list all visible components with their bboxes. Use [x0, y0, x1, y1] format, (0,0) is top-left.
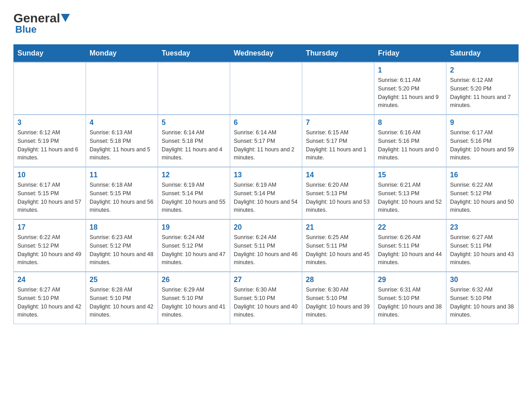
table-row: 9Sunrise: 6:17 AMSunset: 5:16 PMDaylight…: [446, 115, 519, 167]
day-number: 21: [306, 223, 370, 231]
day-info: Sunrise: 6:11 AMSunset: 5:20 PMDaylight:…: [378, 76, 442, 110]
day-info: Sunrise: 6:12 AMSunset: 5:20 PMDaylight:…: [450, 76, 515, 110]
day-number: 1: [378, 66, 442, 74]
day-number: 25: [90, 276, 154, 284]
day-info: Sunrise: 6:23 AMSunset: 5:12 PMDaylight:…: [90, 233, 154, 267]
table-row: 4Sunrise: 6:13 AMSunset: 5:18 PMDaylight…: [86, 115, 158, 167]
day-info: Sunrise: 6:26 AMSunset: 5:11 PMDaylight:…: [378, 233, 442, 267]
day-number: 7: [306, 119, 370, 127]
table-row: 28Sunrise: 6:30 AMSunset: 5:10 PMDayligh…: [302, 272, 374, 324]
col-monday: Monday: [86, 45, 158, 63]
day-info: Sunrise: 6:17 AMSunset: 5:16 PMDaylight:…: [450, 128, 515, 162]
day-info: Sunrise: 6:16 AMSunset: 5:16 PMDaylight:…: [378, 128, 442, 162]
table-row: [230, 62, 302, 115]
table-row: 12Sunrise: 6:19 AMSunset: 5:14 PMDayligh…: [158, 167, 230, 219]
day-number: 5: [162, 119, 226, 127]
day-number: 27: [234, 276, 298, 284]
table-row: 15Sunrise: 6:21 AMSunset: 5:13 PMDayligh…: [374, 167, 446, 219]
table-row: [14, 62, 86, 115]
table-row: 14Sunrise: 6:20 AMSunset: 5:13 PMDayligh…: [302, 167, 374, 219]
table-row: 19Sunrise: 6:24 AMSunset: 5:12 PMDayligh…: [158, 219, 230, 272]
table-row: 30Sunrise: 6:32 AMSunset: 5:10 PMDayligh…: [446, 272, 519, 324]
table-row: 18Sunrise: 6:23 AMSunset: 5:12 PMDayligh…: [86, 219, 158, 272]
logo-blue-text: Blue: [13, 24, 37, 35]
table-row: 3Sunrise: 6:12 AMSunset: 5:19 PMDaylight…: [14, 115, 86, 167]
day-number: 14: [306, 171, 370, 179]
table-row: [158, 62, 230, 115]
day-info: Sunrise: 6:30 AMSunset: 5:10 PMDaylight:…: [234, 286, 298, 319]
table-row: [86, 62, 158, 115]
day-number: 17: [17, 223, 82, 231]
table-row: 5Sunrise: 6:14 AMSunset: 5:18 PMDaylight…: [158, 115, 230, 167]
page-header: General Blue: [13, 9, 519, 35]
day-info: Sunrise: 6:30 AMSunset: 5:10 PMDaylight:…: [306, 286, 370, 319]
logo-triangle-icon: [61, 14, 70, 22]
table-row: 24Sunrise: 6:27 AMSunset: 5:10 PMDayligh…: [14, 272, 86, 324]
day-number: 20: [234, 223, 298, 231]
calendar-week-row: 17Sunrise: 6:22 AMSunset: 5:12 PMDayligh…: [14, 219, 519, 272]
col-tuesday: Tuesday: [158, 45, 230, 63]
day-info: Sunrise: 6:24 AMSunset: 5:12 PMDaylight:…: [162, 233, 226, 267]
day-number: 26: [162, 276, 226, 284]
col-sunday: Sunday: [14, 45, 86, 63]
day-info: Sunrise: 6:28 AMSunset: 5:10 PMDaylight:…: [90, 286, 154, 319]
day-number: 6: [234, 119, 298, 127]
col-thursday: Thursday: [302, 45, 374, 63]
calendar-header-row: Sunday Monday Tuesday Wednesday Thursday…: [14, 45, 519, 63]
day-info: Sunrise: 6:32 AMSunset: 5:10 PMDaylight:…: [450, 286, 515, 319]
day-number: 4: [90, 119, 154, 127]
table-row: 22Sunrise: 6:26 AMSunset: 5:11 PMDayligh…: [374, 219, 446, 272]
col-friday: Friday: [374, 45, 446, 63]
table-row: [302, 62, 374, 115]
day-info: Sunrise: 6:18 AMSunset: 5:15 PMDaylight:…: [90, 181, 154, 214]
day-info: Sunrise: 6:15 AMSunset: 5:17 PMDaylight:…: [306, 128, 370, 162]
calendar-table: Sunday Monday Tuesday Wednesday Thursday…: [13, 44, 519, 324]
day-number: 10: [17, 171, 82, 179]
table-row: 13Sunrise: 6:19 AMSunset: 5:14 PMDayligh…: [230, 167, 302, 219]
day-info: Sunrise: 6:29 AMSunset: 5:10 PMDaylight:…: [162, 286, 226, 319]
table-row: 25Sunrise: 6:28 AMSunset: 5:10 PMDayligh…: [86, 272, 158, 324]
table-row: 1Sunrise: 6:11 AMSunset: 5:20 PMDaylight…: [374, 62, 446, 115]
table-row: 6Sunrise: 6:14 AMSunset: 5:17 PMDaylight…: [230, 115, 302, 167]
day-number: 29: [378, 276, 442, 284]
table-row: 23Sunrise: 6:27 AMSunset: 5:11 PMDayligh…: [446, 219, 519, 272]
logo: General Blue: [13, 9, 70, 35]
table-row: 29Sunrise: 6:31 AMSunset: 5:10 PMDayligh…: [374, 272, 446, 324]
table-row: 26Sunrise: 6:29 AMSunset: 5:10 PMDayligh…: [158, 272, 230, 324]
day-number: 24: [17, 276, 82, 284]
day-number: 16: [450, 171, 515, 179]
col-wednesday: Wednesday: [230, 45, 302, 63]
day-number: 9: [450, 119, 515, 127]
calendar-week-row: 3Sunrise: 6:12 AMSunset: 5:19 PMDaylight…: [14, 115, 519, 167]
day-info: Sunrise: 6:20 AMSunset: 5:13 PMDaylight:…: [306, 181, 370, 214]
day-number: 12: [162, 171, 226, 179]
day-number: 13: [234, 171, 298, 179]
day-info: Sunrise: 6:22 AMSunset: 5:12 PMDaylight:…: [450, 181, 515, 214]
day-number: 19: [162, 223, 226, 231]
day-info: Sunrise: 6:22 AMSunset: 5:12 PMDaylight:…: [17, 233, 82, 267]
day-info: Sunrise: 6:17 AMSunset: 5:15 PMDaylight:…: [17, 181, 82, 214]
day-info: Sunrise: 6:19 AMSunset: 5:14 PMDaylight:…: [162, 181, 226, 214]
day-number: 11: [90, 171, 154, 179]
day-info: Sunrise: 6:14 AMSunset: 5:17 PMDaylight:…: [234, 128, 298, 162]
table-row: 7Sunrise: 6:15 AMSunset: 5:17 PMDaylight…: [302, 115, 374, 167]
day-number: 3: [17, 119, 82, 127]
day-info: Sunrise: 6:25 AMSunset: 5:11 PMDaylight:…: [306, 233, 370, 267]
day-info: Sunrise: 6:19 AMSunset: 5:14 PMDaylight:…: [234, 181, 298, 214]
day-info: Sunrise: 6:21 AMSunset: 5:13 PMDaylight:…: [378, 181, 442, 214]
table-row: 2Sunrise: 6:12 AMSunset: 5:20 PMDaylight…: [446, 62, 519, 115]
day-number: 28: [306, 276, 370, 284]
day-number: 15: [378, 171, 442, 179]
table-row: 21Sunrise: 6:25 AMSunset: 5:11 PMDayligh…: [302, 219, 374, 272]
col-saturday: Saturday: [446, 45, 519, 63]
day-number: 18: [90, 223, 154, 231]
table-row: 27Sunrise: 6:30 AMSunset: 5:10 PMDayligh…: [230, 272, 302, 324]
table-row: 20Sunrise: 6:24 AMSunset: 5:11 PMDayligh…: [230, 219, 302, 272]
table-row: 10Sunrise: 6:17 AMSunset: 5:15 PMDayligh…: [14, 167, 86, 219]
day-info: Sunrise: 6:31 AMSunset: 5:10 PMDaylight:…: [378, 286, 442, 319]
day-info: Sunrise: 6:24 AMSunset: 5:11 PMDaylight:…: [234, 233, 298, 267]
calendar-week-row: 1Sunrise: 6:11 AMSunset: 5:20 PMDaylight…: [14, 62, 519, 115]
day-info: Sunrise: 6:12 AMSunset: 5:19 PMDaylight:…: [17, 128, 82, 162]
table-row: 17Sunrise: 6:22 AMSunset: 5:12 PMDayligh…: [14, 219, 86, 272]
day-info: Sunrise: 6:13 AMSunset: 5:18 PMDaylight:…: [90, 128, 154, 162]
